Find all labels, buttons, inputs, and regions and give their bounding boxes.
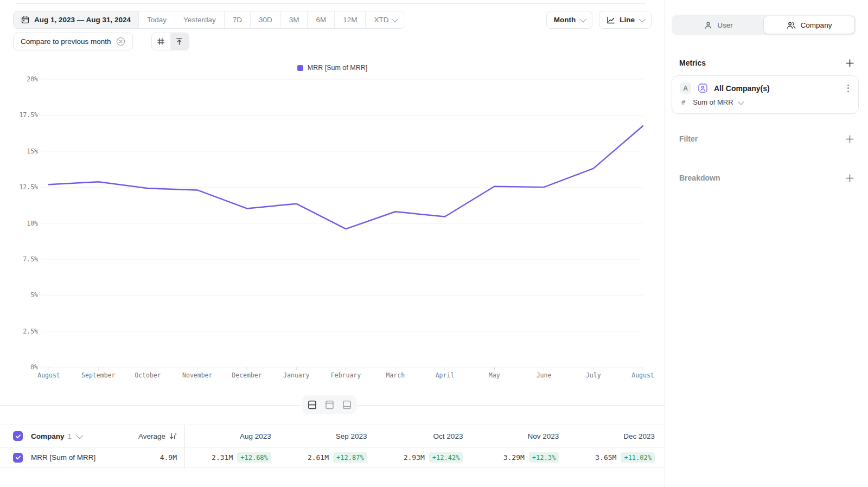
column-header[interactable]: Sep 2023: [336, 432, 367, 440]
row-checkbox[interactable]: [13, 453, 23, 463]
chart-type-label: Line: [620, 16, 635, 24]
y-axis-tick-label: 2.5%: [23, 328, 38, 335]
table-cell: 2.93M +12.42%: [377, 447, 473, 467]
chart-type-dropdown[interactable]: Line: [599, 11, 652, 29]
x-axis-tick-label: April: [436, 371, 455, 379]
plus-icon: [846, 135, 854, 143]
layout-split-icon: [307, 400, 317, 410]
entity-segmented-control: User Company: [672, 15, 856, 35]
top-divider: [16, 3, 646, 4]
annotations-toggle-button[interactable]: [170, 33, 189, 50]
mrr-growth-line-chart[interactable]: 0%2.5%5%7.5%10%12.5%15%17.5%20%AugustSep…: [0, 54, 665, 390]
granularity-dropdown[interactable]: Month: [546, 11, 592, 29]
x-axis-tick-label: March: [386, 371, 405, 379]
toggle-company-label: Company: [801, 21, 832, 29]
column-header[interactable]: Aug 2023: [240, 432, 271, 440]
add-metric-button[interactable]: [844, 57, 855, 68]
x-axis-tick-label: November: [182, 371, 212, 379]
metric-options-kebab-icon[interactable]: [846, 83, 851, 94]
sort-icon: [169, 432, 177, 440]
column-header[interactable]: Dec 2023: [623, 432, 655, 440]
toolbar-right-controls: Month Line: [546, 11, 652, 29]
toolbar: Aug 1, 2023 — Aug 31, 2024 Today Yesterd…: [13, 11, 652, 29]
x-axis-tick-label: October: [135, 371, 161, 379]
delta-badge: +12.42%: [429, 452, 463, 463]
chevron-down-icon: [580, 16, 587, 23]
entity-column-label[interactable]: Company: [31, 432, 65, 440]
layout-top-icon: [324, 400, 335, 410]
metrics-section-header: Metrics: [679, 57, 855, 68]
layout-chart-only-button[interactable]: [322, 398, 337, 412]
chart-line: [49, 126, 643, 229]
delta-badge: +12.68%: [237, 452, 271, 463]
y-axis-tick-label: 12.5%: [19, 183, 38, 191]
date-range-label: Aug 1, 2023 — Aug 31, 2024: [34, 16, 131, 24]
toggle-user-label: User: [717, 21, 733, 29]
report-main-area: Aug 1, 2023 — Aug 31, 2024 Today Yesterd…: [0, 0, 665, 487]
layout-bottom-icon: [342, 400, 352, 410]
chart-options-group: [151, 33, 189, 50]
table-header-left: Company 1 Average: [0, 425, 184, 447]
month-cells: 2.31M +12.68% 2.61M +12.87% 2.93M +12.42…: [184, 447, 665, 467]
grid-icon: [157, 37, 165, 46]
grid-toggle-button[interactable]: [152, 33, 170, 50]
date-range-button[interactable]: Aug 1, 2023 — Aug 31, 2024: [14, 11, 138, 28]
preset-12m[interactable]: 12M: [334, 11, 365, 28]
add-filter-button[interactable]: [844, 133, 855, 144]
comparison-table: Company 1 Average Aug 2023 Sep 2023 Oct …: [0, 425, 665, 468]
compare-chip[interactable]: Compare to previous month: [13, 33, 133, 50]
x-axis-tick-label: February: [331, 371, 361, 379]
entity-count: 1: [68, 432, 72, 440]
x-axis-tick-label: July: [586, 371, 601, 379]
panel-layout-toggle: [302, 395, 356, 414]
add-breakdown-button[interactable]: [844, 172, 855, 183]
table-row[interactable]: MRR [Sum of MRR] 4.9M 2.31M +12.68% 2.61…: [0, 447, 665, 468]
table-row-left: MRR [Sum of MRR] 4.9M: [0, 447, 184, 467]
preset-xtd-label: XTD: [374, 16, 388, 24]
preset-3m[interactable]: 3M: [280, 11, 308, 28]
y-axis-tick-label: 5%: [30, 291, 38, 299]
company-users-icon: [787, 21, 796, 29]
cell-value: 2.93M: [404, 453, 425, 462]
preset-today[interactable]: Today: [138, 11, 175, 28]
column-header[interactable]: Oct 2023: [433, 432, 463, 440]
y-axis-tick-label: 10%: [27, 220, 38, 227]
metrics-title: Metrics: [679, 59, 706, 67]
preset-6m[interactable]: 6M: [307, 11, 334, 28]
average-value: 4.9M: [160, 453, 177, 462]
layout-table-only-button[interactable]: [339, 398, 354, 412]
toggle-company[interactable]: Company: [764, 16, 854, 34]
y-axis-tick-label: 7.5%: [23, 255, 38, 263]
aggregation-dropdown[interactable]: Sum of MRR: [693, 98, 742, 106]
average-label: Average: [138, 432, 165, 440]
metric-card[interactable]: A All Company(s) # Sum of MRR: [672, 75, 859, 114]
cell-value: 3.29M: [503, 453, 525, 462]
x-axis-tick-label: January: [283, 371, 310, 379]
breakdown-section-header: Breakdown: [679, 172, 855, 183]
select-all-checkbox[interactable]: [13, 431, 23, 441]
average-column-header[interactable]: Average: [138, 432, 177, 440]
y-axis-tick-label: 0%: [30, 363, 38, 371]
x-axis-tick-label: December: [232, 371, 261, 379]
preset-30d[interactable]: 30D: [250, 11, 280, 28]
chevron-down-icon[interactable]: [76, 432, 83, 439]
report-config-sidebar: User Company Metrics A All Company(s): [665, 0, 868, 487]
table-cell: 3.65M +11.02%: [569, 447, 665, 467]
preset-yesterday[interactable]: Yesterday: [175, 11, 224, 28]
preset-xtd-dropdown[interactable]: XTD: [365, 11, 405, 28]
user-icon: [704, 21, 712, 29]
analytics-report-page: Aug 1, 2023 — Aug 31, 2024 Today Yesterd…: [0, 0, 868, 487]
line-chart-icon: [607, 16, 615, 24]
remove-compare-icon[interactable]: [116, 37, 125, 46]
column-header[interactable]: Nov 2023: [527, 432, 559, 440]
metric-series-badge: A: [680, 82, 691, 94]
compare-chip-label: Compare to previous month: [21, 37, 111, 46]
preset-7d[interactable]: 7D: [224, 11, 250, 28]
cell-value: 2.31M: [212, 453, 233, 462]
layout-split-button[interactable]: [304, 398, 320, 412]
metric-card-aggregation: # Sum of MRR: [680, 98, 851, 106]
toggle-user[interactable]: User: [673, 16, 764, 34]
filter-title: Filter: [679, 134, 698, 143]
chevron-down-icon: [639, 16, 646, 23]
chart-canvas: 0%2.5%5%7.5%10%12.5%15%17.5%20%AugustSep…: [0, 54, 665, 390]
